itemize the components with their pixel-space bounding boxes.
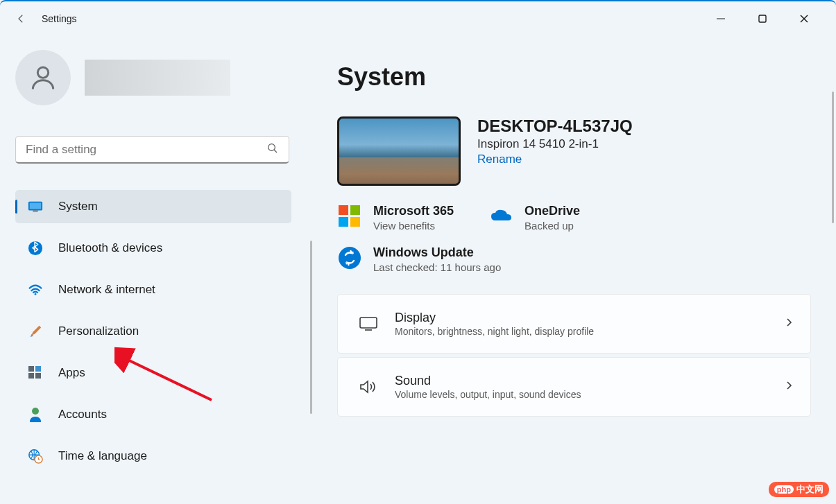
setting-text: Display Monitors, brightness, night ligh… (395, 311, 784, 337)
device-info: DESKTOP-4L537JQ Inspiron 14 5410 2-in-1 … (477, 116, 633, 166)
minimize-button[interactable] (700, 5, 742, 33)
device-name: DESKTOP-4L537JQ (477, 116, 633, 136)
sidebar-item-label: Apps (58, 366, 85, 380)
person-icon (28, 407, 43, 422)
setting-display[interactable]: Display Monitors, brightness, night ligh… (337, 294, 811, 354)
setting-text: Sound Volume levels, output, input, soun… (395, 374, 784, 400)
device-wallpaper-thumbnail[interactable] (337, 116, 461, 186)
svg-point-10 (28, 241, 42, 255)
content-area: System DESKTOP-4L537JQ Inspiron 14 5410 … (312, 36, 836, 504)
svg-point-23 (339, 247, 361, 269)
username-redacted (85, 60, 230, 96)
svg-rect-19 (339, 205, 348, 215)
setting-subtitle: Volume levels, output, input, sound devi… (395, 389, 784, 400)
status-subtitle: View benefits (373, 220, 454, 232)
status-row: Microsoft 365 View benefits OneDrive Bac… (337, 204, 811, 232)
sidebar-item-label: Time & language (58, 449, 147, 463)
svg-rect-1 (759, 15, 766, 22)
bluetooth-icon (28, 241, 43, 256)
maximize-button[interactable] (742, 5, 783, 33)
svg-rect-9 (33, 211, 37, 212)
display-icon (28, 199, 43, 214)
svg-rect-14 (28, 373, 34, 379)
status-text: Windows Update Last checked: 11 hours ag… (373, 245, 501, 273)
status-text: Microsoft 365 View benefits (373, 204, 454, 232)
profile-section[interactable] (15, 50, 297, 105)
sidebar-item-label: Bluetooth & devices (58, 241, 162, 255)
apps-icon (28, 365, 43, 381)
chevron-right-icon (784, 318, 794, 330)
onedrive-icon (488, 204, 513, 229)
rename-link[interactable]: Rename (477, 153, 633, 166)
sidebar-item-accounts[interactable]: Accounts (15, 398, 291, 431)
window-controls (700, 5, 825, 33)
wifi-icon (28, 282, 43, 297)
device-model: Inspiron 14 5410 2-in-1 (477, 137, 633, 151)
svg-rect-15 (35, 373, 41, 379)
sidebar-item-system[interactable]: System (15, 190, 291, 223)
svg-point-5 (268, 144, 275, 150)
back-button[interactable] (11, 9, 31, 28)
setting-title: Display (395, 311, 784, 325)
device-info-row: DESKTOP-4L537JQ Inspiron 14 5410 2-in-1 … (337, 116, 811, 186)
svg-point-16 (32, 408, 39, 415)
titlebar: Settings (0, 1, 836, 36)
svg-rect-20 (350, 205, 360, 215)
search-box[interactable] (15, 136, 289, 164)
sidebar-item-personalization[interactable]: Personalization (15, 315, 291, 348)
microsoft-logo-icon (337, 204, 362, 229)
setting-sound[interactable]: Sound Volume levels, output, input, soun… (337, 357, 811, 417)
status-title: Microsoft 365 (373, 204, 454, 218)
svg-rect-8 (30, 203, 42, 209)
svg-line-6 (274, 150, 277, 153)
sidebar-item-bluetooth[interactable]: Bluetooth & devices (15, 232, 291, 265)
status-text: OneDrive Backed up (524, 204, 580, 232)
nav-list: System Bluetooth & devices Network & int… (15, 190, 297, 473)
monitor-icon (355, 316, 382, 331)
status-title: Windows Update (373, 245, 501, 260)
status-microsoft365[interactable]: Microsoft 365 View benefits (337, 204, 454, 232)
window-title: Settings (42, 13, 77, 24)
setting-subtitle: Monitors, brightness, night light, displ… (395, 326, 784, 337)
svg-point-11 (35, 293, 37, 295)
content-scrollbar[interactable] (832, 92, 834, 223)
watermark-badge: php 中文网 (769, 482, 829, 497)
svg-rect-21 (339, 217, 348, 227)
chevron-right-icon (784, 381, 794, 393)
svg-rect-22 (350, 217, 360, 227)
main-layout: System Bluetooth & devices Network & int… (0, 36, 836, 504)
sidebar: System Bluetooth & devices Network & int… (0, 36, 312, 504)
sidebar-item-label: Accounts (58, 408, 107, 422)
status-onedrive[interactable]: OneDrive Backed up (488, 204, 580, 232)
svg-rect-12 (28, 366, 34, 372)
setting-title: Sound (395, 374, 784, 388)
sidebar-item-label: Network & internet (58, 283, 155, 297)
page-title: System (337, 62, 811, 92)
avatar (15, 50, 71, 105)
brush-icon (28, 324, 43, 339)
status-title: OneDrive (524, 204, 580, 218)
sidebar-item-label: System (58, 200, 98, 214)
status-subtitle: Last checked: 11 hours ago (373, 261, 501, 273)
globe-clock-icon (28, 449, 43, 464)
watermark-text: 中文网 (796, 483, 824, 496)
sidebar-item-label: Personalization (58, 324, 139, 338)
sidebar-item-apps[interactable]: Apps (15, 356, 291, 390)
status-subtitle: Backed up (524, 220, 580, 232)
sync-icon (337, 245, 362, 270)
svg-point-4 (37, 67, 48, 78)
sidebar-item-network[interactable]: Network & internet (15, 273, 291, 306)
svg-rect-24 (360, 318, 377, 328)
search-input[interactable] (26, 143, 266, 157)
svg-rect-13 (35, 366, 41, 372)
sidebar-item-time-language[interactable]: Time & language (15, 440, 291, 473)
status-windows-update[interactable]: Windows Update Last checked: 11 hours ag… (337, 245, 811, 273)
close-button[interactable] (783, 5, 825, 33)
speaker-icon (355, 379, 382, 395)
search-icon (266, 142, 279, 157)
